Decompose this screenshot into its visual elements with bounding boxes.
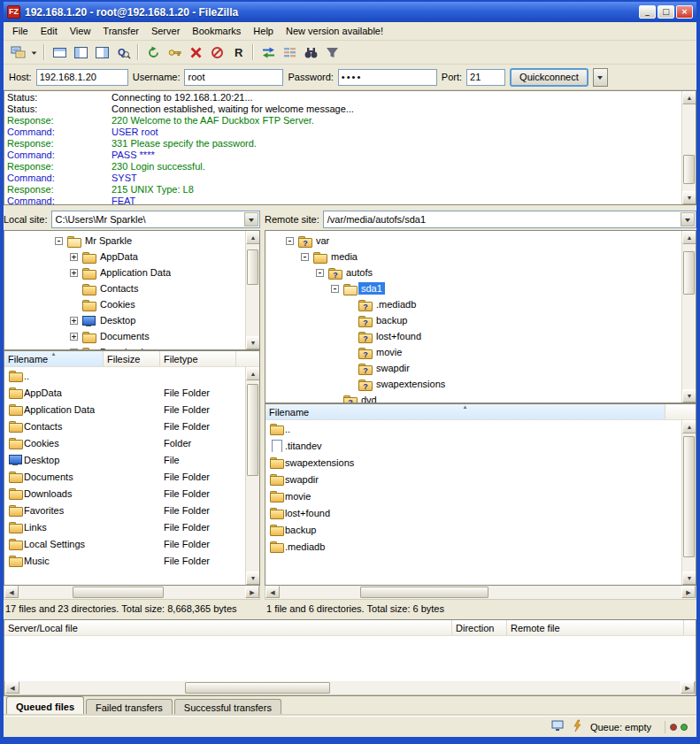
scroll-down-button[interactable]: ▼	[246, 571, 260, 585]
local-file-row-cookies[interactable]: CookiesFolder	[4, 434, 259, 451]
site-manager-icon[interactable]	[7, 42, 28, 62]
synchronized-browsing-icon[interactable]	[258, 42, 279, 62]
scroll-up-button[interactable]: ▲	[682, 420, 696, 433]
scroll-up-button[interactable]: ▲	[682, 91, 696, 104]
remote-tree-item-lost-found[interactable]: lost+found	[267, 328, 680, 344]
remote-column-header-filename[interactable]: ▲Filename	[265, 404, 665, 419]
tree-expander-minus[interactable]: -	[55, 237, 63, 245]
local-tree-item-downloads[interactable]: +Downloads	[6, 344, 243, 350]
local-file-row-documents[interactable]: DocumentsFile Folder	[4, 468, 259, 485]
local-tree-item-cookies[interactable]: Cookies	[6, 296, 243, 312]
filter-icon[interactable]	[321, 42, 342, 62]
menu-item-server[interactable]: Server	[145, 24, 186, 38]
menu-item-new-version-available[interactable]: New version available!	[280, 24, 389, 38]
local-file-row-links[interactable]: LinksFile Folder	[4, 518, 259, 535]
remote-file-row-titandev[interactable]: .titandev	[265, 437, 696, 454]
remote-tree-item-backup[interactable]: backup	[267, 312, 680, 328]
toggle-queue-icon[interactable]: Q	[112, 42, 134, 62]
remote-tree-item-mediadb[interactable]: .mediadb	[267, 296, 680, 312]
scroll-left-button[interactable]: ◀	[5, 681, 19, 694]
scroll-up-button[interactable]: ▲	[682, 231, 696, 244]
local-horizontal-scrollbar[interactable]: ◀ ▶	[4, 586, 260, 600]
maximize-button[interactable]: □	[658, 5, 674, 19]
scroll-left-button[interactable]: ◀	[265, 586, 280, 598]
username-input[interactable]	[184, 69, 283, 86]
scroll-right-button[interactable]: ▶	[681, 681, 695, 694]
queue-column-server-local-file[interactable]: Server/Local file	[4, 620, 452, 635]
tree-expander-minus[interactable]: -	[316, 269, 324, 277]
remote-tree-item-dvd[interactable]: dvd	[267, 392, 680, 403]
local-tree-item-documents[interactable]: +Documents	[6, 328, 243, 344]
menu-item-view[interactable]: View	[64, 24, 97, 38]
local-list-scrollbar[interactable]: ▲ ▼	[245, 367, 259, 585]
port-input[interactable]	[466, 69, 505, 86]
local-tree-item-mr-sparkle[interactable]: -Mr Sparkle	[6, 233, 243, 249]
queue-column-direction[interactable]: Direction	[452, 620, 507, 635]
scroll-track[interactable]	[682, 244, 696, 389]
quickconnect-dropdown-button[interactable]	[593, 68, 608, 87]
tab-queued-files[interactable]: Queued files	[6, 696, 84, 716]
menu-item-transfer[interactable]: Transfer	[96, 24, 145, 38]
scroll-right-button[interactable]: ▶	[681, 586, 696, 598]
remote-tree-scrollbar[interactable]: ▲ ▼	[681, 231, 696, 403]
scroll-left-button[interactable]: ◀	[4, 586, 19, 598]
menu-item-help[interactable]: Help	[247, 24, 280, 38]
scroll-thumb[interactable]	[73, 587, 163, 598]
close-button[interactable]: ×	[676, 5, 693, 19]
remote-tree-item-autofs[interactable]: -autofs	[267, 265, 680, 280]
remote-horizontal-scrollbar[interactable]: ◀ ▶	[265, 586, 696, 600]
scroll-track[interactable]	[280, 586, 681, 599]
scroll-up-button[interactable]: ▲	[246, 231, 260, 244]
title-bar[interactable]: FZ 192.168.1.20 - root@192.168.1.20 - Fi…	[4, 2, 696, 22]
local-file-row-appdata[interactable]: AppDataFile Folder	[4, 384, 259, 401]
local-file-row-item[interactable]: ..	[4, 367, 259, 384]
local-site-combo[interactable]: C:\Users\Mr Sparkle\	[51, 211, 260, 228]
toggle-remote-tree-icon[interactable]	[91, 42, 112, 62]
local-tree-item-application-data[interactable]: +Application Data	[6, 265, 243, 280]
minimize-button[interactable]: _	[639, 5, 656, 19]
scroll-track[interactable]	[682, 433, 696, 571]
queue-column-remote-file[interactable]: Remote file	[507, 620, 684, 635]
remote-tree-item-media[interactable]: -media	[267, 249, 680, 265]
scroll-track[interactable]	[246, 380, 259, 571]
remote-tree-item-swapdir[interactable]: swapdir	[267, 360, 680, 376]
remote-file-row-swapdir[interactable]: swapdir	[265, 471, 696, 487]
scroll-thumb[interactable]	[247, 384, 258, 476]
remote-file-row-backup[interactable]: backup	[265, 521, 696, 538]
local-column-header-filename[interactable]: ▲Filename	[4, 351, 104, 366]
scroll-thumb[interactable]	[683, 155, 695, 184]
tab-successful-transfers[interactable]: Successful transfers	[174, 699, 281, 716]
local-column-header-filetype[interactable]: Filetype	[160, 351, 236, 366]
scroll-up-button[interactable]: ▲	[246, 367, 260, 380]
scroll-track[interactable]	[19, 586, 245, 599]
tree-expander-plus[interactable]: +	[70, 317, 78, 325]
remote-file-row-swapextensions[interactable]: swapextensions	[265, 454, 696, 471]
local-tree-item-desktop[interactable]: +Desktop	[6, 312, 243, 328]
queue-horizontal-scrollbar[interactable]: ◀ ▶	[4, 681, 696, 695]
tree-expander-plus[interactable]: +	[70, 333, 78, 341]
remote-tree-item-var[interactable]: -var	[267, 233, 680, 249]
remote-tree-item-sda1[interactable]: -sda1	[267, 280, 680, 296]
combo-dropdown-button[interactable]	[244, 212, 258, 226]
directory-comparison-icon[interactable]	[279, 42, 300, 62]
combo-dropdown-button[interactable]	[681, 212, 695, 226]
tree-expander-minus[interactable]: -	[301, 253, 309, 261]
local-file-row-favorites[interactable]: FavoritesFile Folder	[4, 502, 259, 518]
toggle-local-tree-icon[interactable]	[70, 42, 91, 62]
scroll-track[interactable]	[682, 104, 696, 191]
log-scrollbar[interactable]: ▲ ▼	[681, 91, 696, 204]
quickconnect-button[interactable]: Quickconnect	[510, 68, 588, 87]
scroll-track[interactable]	[19, 681, 681, 694]
scroll-thumb[interactable]	[683, 251, 695, 295]
process-queue-icon[interactable]	[164, 42, 185, 62]
scroll-thumb[interactable]	[247, 249, 258, 285]
menu-item-file[interactable]: File	[6, 24, 35, 38]
scroll-thumb[interactable]	[683, 436, 695, 557]
local-tree-item-contacts[interactable]: Contacts	[6, 280, 243, 296]
remote-list-scrollbar[interactable]: ▲ ▼	[681, 420, 696, 585]
local-tree-item-appdata[interactable]: +AppData	[6, 249, 243, 265]
local-column-header-filesize[interactable]: Filesize	[104, 351, 160, 366]
refresh-icon[interactable]	[142, 42, 164, 62]
tree-expander-plus[interactable]: +	[70, 253, 78, 261]
scroll-down-button[interactable]: ▼	[682, 571, 696, 585]
